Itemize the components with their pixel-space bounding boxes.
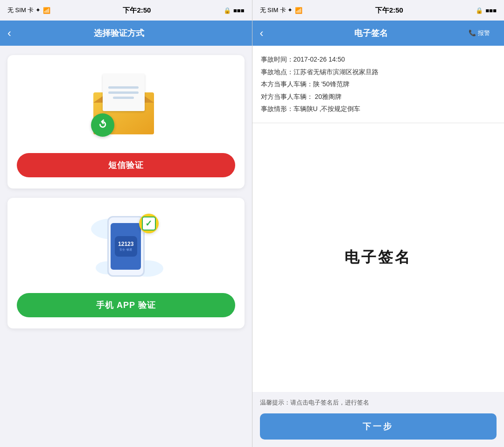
hint-text: 温馨提示：请点击电子签名后，进行签名 <box>260 398 497 407</box>
time-1: 下午2:50 <box>123 6 151 15</box>
accident-line-4: 对方当事人车辆： 20雅阁牌 <box>261 91 496 103</box>
letter-line-3 <box>113 97 134 99</box>
no-sim-label-1: 无 SIM 卡 ✦ <box>7 6 41 14</box>
check-inner: ✓ <box>142 217 156 230</box>
arrow-icon: ↺ <box>95 118 110 132</box>
app-icon-12123: 12123 安全·畅通 <box>115 236 137 257</box>
back-button-1[interactable]: ‹ <box>7 27 21 40</box>
nav-bar-2: ‹ 电子签名 📞 报警 <box>252 21 504 46</box>
app-verify-button[interactable]: 手机 APP 验证 <box>17 293 235 317</box>
wifi-icon-1: 📶 <box>43 7 50 14</box>
signature-label: 电子签名 <box>344 247 412 268</box>
checkmark-icon: ✓ <box>145 219 152 228</box>
accident-line-3: 本方当事人车辆：陕 '50锋范牌 <box>261 78 496 91</box>
accident-line-1: 事故时间：2017-02-26 14:50 <box>261 53 496 66</box>
accident-line-2: 事故地点：江苏省无锡市滨湖区祝家旦路 <box>261 66 496 78</box>
app-number: 12123 <box>118 241 133 247</box>
status-right-2: 🔒 ■■■ <box>476 7 497 14</box>
accident-info: 事故时间：2017-02-26 14:50 事故地点：江苏省无锡市滨湖区祝家旦路… <box>252 46 504 123</box>
status-bar-2: 无 SIM 卡 ✦ 📶 下午2:50 🔒 ■■■ <box>252 0 504 21</box>
check-badge: ✓ <box>139 214 159 233</box>
app-verify-card: 12123 安全·畅通 ✓ 手机 APP 验证 <box>7 198 245 328</box>
status-bar-1: 无 SIM 卡 ✦ 📶 下午2:50 🔒 ■■■ <box>0 0 252 21</box>
screen2-content: 事故时间：2017-02-26 14:50 事故地点：江苏省无锡市滨湖区祝家旦路… <box>252 46 504 447</box>
status-right-1: 🔒 ■■■ <box>224 7 245 14</box>
status-left-1: 无 SIM 卡 ✦ 📶 <box>7 6 50 14</box>
letter-line-2 <box>108 91 139 94</box>
no-sim-label-2: 无 SIM 卡 ✦ <box>260 6 293 14</box>
nav-title-1: 选择验证方式 <box>21 28 217 39</box>
letter <box>103 74 145 111</box>
email-illustration: ↺ <box>84 69 168 144</box>
phone-illustration: 12123 安全·畅通 ✓ <box>89 209 163 284</box>
sms-verify-card: ↺ 短信验证 <box>7 55 245 189</box>
nav-title-2: 电子签名 <box>274 28 469 39</box>
bottom-section: 温馨提示：请点击电子签名后，进行签名 下一步 <box>252 392 504 447</box>
signature-area[interactable]: 电子签名 <box>252 123 504 392</box>
wifi-icon-2: 📶 <box>295 7 302 14</box>
battery-icon-2: ■■■ <box>485 7 497 14</box>
status-left-2: 无 SIM 卡 ✦ 📶 <box>260 6 303 14</box>
time-2: 下午2:50 <box>375 6 403 15</box>
screen-verify-method: 无 SIM 卡 ✦ 📶 下午2:50 🔒 ■■■ ‹ 选择验证方式 <box>0 0 252 447</box>
screen-e-signature: 无 SIM 卡 ✦ 📶 下午2:50 🔒 ■■■ ‹ 电子签名 📞 报警 事故时… <box>252 0 504 447</box>
lock-icon-2: 🔒 <box>476 7 483 14</box>
arrow-circle: ↺ <box>91 113 114 137</box>
phone-screen-inner: 12123 安全·畅通 <box>111 223 141 270</box>
back-button-2[interactable]: ‹ <box>260 27 274 40</box>
nav-bar-1: ‹ 选择验证方式 <box>0 21 252 46</box>
alarm-button[interactable]: 📞 报警 <box>469 29 497 37</box>
envelope-wrapper: ↺ <box>89 74 163 139</box>
screen1-content: ↺ 短信验证 12123 安全·畅通 <box>0 46 252 447</box>
accident-line-5: 事故情形：车辆陕U ,不按规定倒车 <box>261 103 496 115</box>
app-subtitle: 安全·畅通 <box>119 248 133 252</box>
next-button[interactable]: 下一步 <box>260 413 497 440</box>
letter-line-1 <box>108 86 139 89</box>
battery-icon-1: ■■■ <box>233 7 245 14</box>
lock-icon-1: 🔒 <box>224 7 231 14</box>
sms-verify-button[interactable]: 短信验证 <box>17 153 235 177</box>
